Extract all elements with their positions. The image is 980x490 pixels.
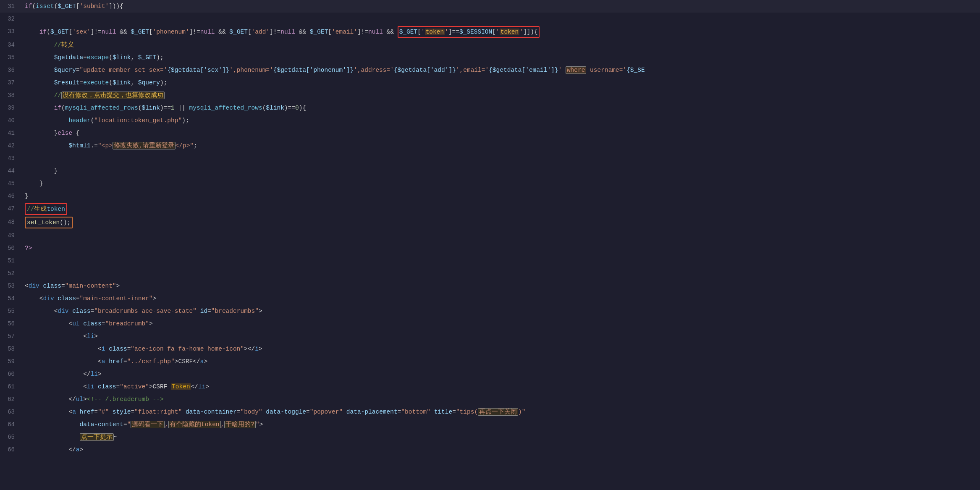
line-38: 38 //没有修改，点击提交，也算修改成功 xyxy=(0,89,980,102)
line-62: 62 </ul><!-- /.breadcrumb --> xyxy=(0,393,980,406)
line-47: 47 //生成token xyxy=(0,202,980,216)
line-44: 44 } xyxy=(0,165,980,177)
line-42: 42 $html1.="<p>修改失败,请重新登录</p>"; xyxy=(0,139,980,152)
line-54: 54 <div class="main-content-inner"> xyxy=(0,292,980,305)
line-53: 53 <div class="main-content"> xyxy=(0,280,980,292)
line-66: 66 </a> xyxy=(0,443,980,456)
line-65: 65 点一下提示~ xyxy=(0,431,980,443)
line-59: 59 <a href="../csrf.php">CSRF</a> xyxy=(0,355,980,368)
line-58: 58 <i class="ace-icon fa fa-home home-ic… xyxy=(0,343,980,355)
line-31: 31 if(isset($_GET['submit'])){ xyxy=(0,0,980,13)
line-34: 34 //转义 xyxy=(0,39,980,51)
line-60: 60 </li> xyxy=(0,368,980,380)
line-45: 45 } xyxy=(0,177,980,190)
line-49: 49 xyxy=(0,229,980,242)
line-55: 55 <div class="breadcrumbs ace-save-stat… xyxy=(0,305,980,317)
code-lines: 31 if(isset($_GET['submit'])){ 32 33 if(… xyxy=(0,0,980,456)
line-39: 39 if(mysqli_affected_rows($link)==1 || … xyxy=(0,102,980,114)
line-46: 46 } xyxy=(0,190,980,202)
line-52: 52 xyxy=(0,267,980,280)
line-51: 51 xyxy=(0,254,980,267)
line-50: 50 ?> xyxy=(0,242,980,254)
line-43: 43 xyxy=(0,152,980,165)
line-61: 61 <li class="active">CSRF Token</li> xyxy=(0,380,980,393)
line-56: 56 <ul class="breadcrumb"> xyxy=(0,317,980,330)
line-63: 63 <a href="#" style="float:right" data-… xyxy=(0,406,980,418)
line-64: 64 data-content="源码看一下,有个隐藏的token,干啥用的?"… xyxy=(0,418,980,431)
line-40: 40 header("location:token_get.php"); xyxy=(0,114,980,127)
line-33: 33 if($_GET['sex']!=null && $_GET['phone… xyxy=(0,25,980,39)
line-32: 32 xyxy=(0,13,980,25)
line-36: 36 $query="update member set sex='{$getd… xyxy=(0,64,980,76)
line-37: 37 $result=execute($link, $query); xyxy=(0,76,980,89)
line-41: 41 }else { xyxy=(0,127,980,139)
line-57: 57 <li> xyxy=(0,330,980,343)
line-48: 48 set_token(); xyxy=(0,216,980,229)
code-editor: 31 if(isset($_GET['submit'])){ 32 33 if(… xyxy=(0,0,980,490)
line-35: 35 $getdata=escape($link, $_GET); xyxy=(0,51,980,64)
